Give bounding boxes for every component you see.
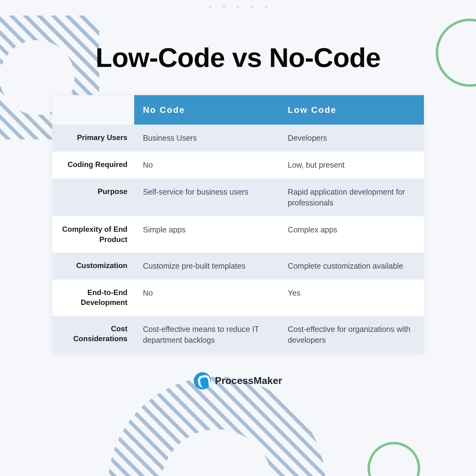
cell-nocode: No <box>134 152 279 178</box>
cell-lowcode: Complex apps <box>279 216 424 253</box>
brand-name: ProcessMaker <box>215 375 282 386</box>
row-label: Purpose <box>52 178 134 216</box>
processmaker-icon <box>194 372 211 390</box>
header-empty <box>52 95 134 125</box>
cell-lowcode: Yes <box>279 280 424 316</box>
page-title: Low-Code vs No-Code <box>0 42 476 73</box>
table-row: Complexity of End Product Simple apps Co… <box>52 216 424 253</box>
comparison-table: No Code Low Code Primary Users Business … <box>52 95 424 354</box>
table-row: End-to-End Development No Yes <box>52 280 424 316</box>
row-label: Complexity of End Product <box>52 216 134 253</box>
cell-nocode: Cost-effective means to reduce IT depart… <box>134 316 279 354</box>
table-row: Customization Customize pre-built templa… <box>52 253 424 280</box>
cell-nocode: Self-service for business users <box>134 178 279 216</box>
brand-logo: ProcessMaker <box>0 372 476 390</box>
cell-lowcode: Developers <box>279 125 424 152</box>
cell-lowcode: Rapid application development for profes… <box>279 178 424 216</box>
table-row: Purpose Self-service for business users … <box>52 178 424 216</box>
cell-nocode: Customize pre-built templates <box>134 253 279 280</box>
decorative-stripes-bottom <box>108 377 325 476</box>
cell-lowcode: Low, but present <box>279 152 424 178</box>
table-header-row: No Code Low Code <box>52 95 424 125</box>
cell-nocode: Simple apps <box>134 216 279 253</box>
cell-nocode: Business Users <box>134 125 279 152</box>
table-row: Cost Considerations Cost-effective means… <box>52 316 424 354</box>
row-label: Cost Considerations <box>52 316 134 354</box>
table-row: Coding Required No Low, but present <box>52 152 424 178</box>
decorative-circle-bottom-right <box>368 442 420 476</box>
decorative-dots <box>209 6 267 8</box>
cell-lowcode: Complete customization available <box>279 253 424 280</box>
row-label: Coding Required <box>52 152 134 178</box>
cell-nocode: No <box>134 280 279 316</box>
cell-lowcode: Cost-effective for organizations with de… <box>279 316 424 354</box>
row-label: Customization <box>52 253 134 280</box>
header-low-code: Low Code <box>279 95 424 125</box>
header-no-code: No Code <box>134 95 279 125</box>
row-label: End-to-End Development <box>52 280 134 316</box>
row-label: Primary Users <box>52 125 134 152</box>
table-row: Primary Users Business Users Developers <box>52 125 424 152</box>
